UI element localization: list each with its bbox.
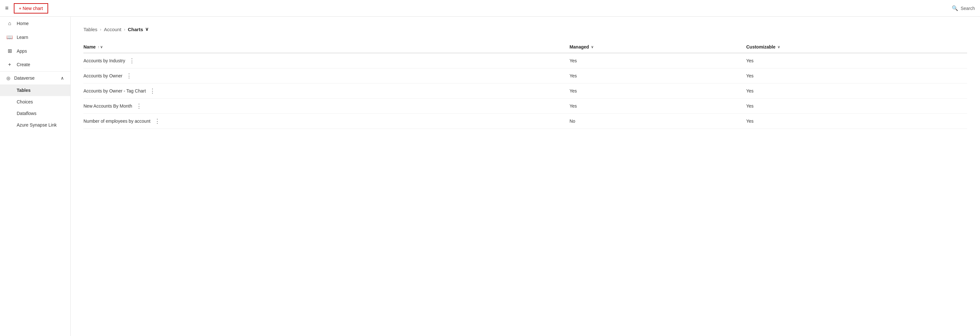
sidebar: ⌂ Home 📖 Learn ⊞ Apps + Create ◎ Dataver… [0,17,71,336]
create-icon: + [6,62,13,67]
cell-managed-3: Yes [570,99,746,114]
main-content: Tables › Account › Charts ∨ Name ↑ [71,17,980,336]
cell-customizable-4: Yes [746,114,967,129]
sidebar-dataverse-section: ◎ Dataverse ∧ TablesChoicesDataflowsAzur… [0,71,70,131]
table-row: Number of employees by account⋮NoYes [83,114,967,129]
breadcrumb-current-label: Charts [128,27,143,32]
col-header-customizable: Customizable ∨ [746,41,967,53]
cell-customizable-1: Yes [746,68,967,83]
cell-customizable-3: Yes [746,99,967,114]
sidebar-sub-item-dataflows[interactable]: Dataflows [0,108,70,119]
sidebar-item-learn[interactable]: 📖 Learn [0,30,70,44]
home-icon: ⌂ [6,21,13,26]
customizable-sort-down-icon: ∨ [778,45,780,49]
breadcrumb-sep-1: › [100,27,101,32]
table-row: Accounts by Owner - Tag Chart⋮YesYes [83,83,967,99]
cell-managed-4: No [570,114,746,129]
cell-name-3: New Accounts By Month⋮ [83,99,570,114]
dataverse-chevron-icon: ∧ [60,75,64,81]
row-name-4[interactable]: Number of employees by account [83,118,151,124]
cell-managed-1: Yes [570,68,746,83]
row-menu-button-0[interactable]: ⋮ [126,58,137,64]
cell-managed-0: Yes [570,53,746,68]
table-header: Name ↑ ∨ Managed ∨ [83,41,967,53]
new-chart-button[interactable]: + New chart [14,3,48,13]
sidebar-sub-item-tables[interactable]: Tables [0,84,70,96]
cell-name-1: Accounts by Owner⋮ [83,68,570,83]
cell-name-2: Accounts by Owner - Tag Chart⋮ [83,83,570,99]
row-name-2[interactable]: Accounts by Owner - Tag Chart [83,88,146,94]
app-body: ⌂ Home 📖 Learn ⊞ Apps + Create ◎ Dataver… [0,17,980,336]
sort-down-icon: ∨ [100,45,103,49]
toolbar-left: ≡ + New chart [5,3,48,13]
sidebar-item-label-learn: Learn [17,35,28,40]
dataverse-icon: ◎ [6,75,10,81]
col-header-managed: Managed ∨ [570,41,746,53]
cell-name-0: Accounts by Industry⋮ [83,53,570,68]
row-name-1[interactable]: Accounts by Owner [83,73,122,78]
toolbar: ≡ + New chart 🔍 Search [0,0,980,17]
col-header-name-inner[interactable]: Name ↑ ∨ [83,44,103,49]
breadcrumb-account[interactable]: Account [104,27,121,32]
row-menu-button-4[interactable]: ⋮ [152,118,163,124]
row-menu-button-1[interactable]: ⋮ [124,73,135,79]
breadcrumb-current: Charts ∨ [128,26,149,32]
breadcrumb-sep-2: › [124,27,125,32]
col-header-customizable-inner[interactable]: Customizable ∨ [746,44,780,49]
col-customizable-sort-icons[interactable]: ∨ [778,45,780,49]
managed-sort-down-icon: ∨ [591,45,593,49]
sidebar-item-label-create: Create [17,62,30,67]
table-row: New Accounts By Month⋮YesYes [83,99,967,114]
search-area[interactable]: 🔍 Search [952,5,975,11]
sidebar-sub-item-azure-synapse-link[interactable]: Azure Synapse Link [0,119,70,131]
breadcrumb-tables[interactable]: Tables [83,27,97,32]
row-menu-button-3[interactable]: ⋮ [134,103,145,109]
col-name-sort-icons[interactable]: ↑ ∨ [98,45,103,49]
learn-icon: 📖 [6,34,13,40]
breadcrumb-current-chevron-icon[interactable]: ∨ [145,26,149,32]
sort-up-icon: ↑ [98,45,100,49]
table-row: Accounts by Owner⋮YesYes [83,68,967,83]
col-name-label: Name [83,44,95,49]
hamburger-icon[interactable]: ≡ [5,5,9,11]
cell-customizable-0: Yes [746,53,967,68]
sidebar-item-label-home: Home [17,21,29,26]
cell-managed-2: Yes [570,83,746,99]
col-customizable-label: Customizable [746,44,776,49]
search-label: Search [961,6,975,11]
table-body: Accounts by Industry⋮YesYesAccounts by O… [83,53,967,129]
sidebar-item-home[interactable]: ⌂ Home [0,17,70,30]
cell-name-4: Number of employees by account⋮ [83,114,570,129]
sidebar-item-apps[interactable]: ⊞ Apps [0,44,70,58]
sidebar-item-label-dataverse: Dataverse [14,75,35,81]
col-header-name: Name ↑ ∨ [83,41,570,53]
search-icon: 🔍 [952,5,958,11]
row-name-3[interactable]: New Accounts By Month [83,104,132,108]
sidebar-item-dataverse[interactable]: ◎ Dataverse ∧ [0,72,70,84]
sidebar-sub-items: TablesChoicesDataflowsAzure Synapse Link [0,84,70,131]
row-menu-button-2[interactable]: ⋮ [147,88,158,94]
sidebar-item-create[interactable]: + Create [0,58,70,71]
row-name-0[interactable]: Accounts by Industry [83,58,125,63]
col-managed-sort-icons[interactable]: ∨ [591,45,593,49]
apps-icon: ⊞ [6,48,13,54]
col-header-managed-inner[interactable]: Managed ∨ [570,44,593,49]
col-managed-label: Managed [570,44,589,49]
sidebar-sub-item-choices[interactable]: Choices [0,96,70,108]
breadcrumb: Tables › Account › Charts ∨ [83,26,967,32]
cell-customizable-2: Yes [746,83,967,99]
data-table: Name ↑ ∨ Managed ∨ [83,41,967,129]
sidebar-item-label-apps: Apps [17,48,27,54]
table-row: Accounts by Industry⋮YesYes [83,53,967,68]
